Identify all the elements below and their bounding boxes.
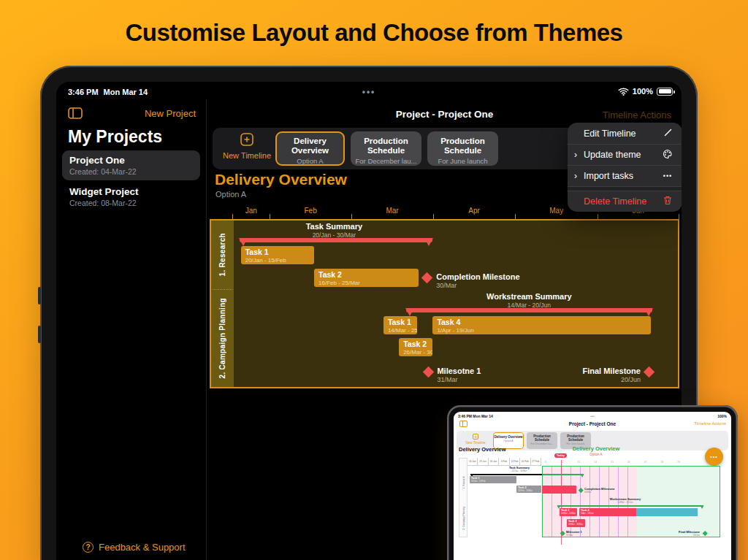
new-timeline-button[interactable]: New Timeline xyxy=(221,133,272,160)
milestone-dates: 30/Mar xyxy=(584,491,615,494)
gantt-timeline-area: Task Summary 20/Jan - 30/Mar Task 1 20/J… xyxy=(234,220,678,387)
section-label-research: 1. Research xyxy=(459,466,468,499)
week-label: 23 Jan xyxy=(478,458,488,465)
status-right: 100% xyxy=(618,87,673,96)
menu-item-label: Edit Timeline xyxy=(584,129,662,139)
milestone-dates: 20/Jun xyxy=(647,534,700,537)
milestone-diamond[interactable] xyxy=(422,367,434,378)
summary-bar[interactable] xyxy=(406,308,652,312)
tab-production-schedule-2[interactable]: Production Schedule For June launch xyxy=(427,131,498,166)
week-number: 18 xyxy=(660,461,663,464)
tab-delivery-overview[interactable]: Delivery Overview Option A xyxy=(275,131,345,166)
gantt-task-bar[interactable]: Task 2 16/Feb - 25/Mar xyxy=(516,486,541,493)
gantt-task-bar-themed[interactable]: Task 2 26/Mar - 30/Mar xyxy=(567,519,585,527)
hero-title: Customise Layout and Choose from Themes xyxy=(0,19,748,47)
gantt-task-bar[interactable]: Task 2 26/Mar - 30/Mar xyxy=(399,338,432,356)
summary-title: Workstream Summary xyxy=(486,292,572,301)
week-label: 6 Feb xyxy=(499,458,509,465)
section-label-text: 1. Research xyxy=(462,476,465,488)
battery-icon xyxy=(657,88,673,96)
volume-up-button xyxy=(38,287,41,304)
menu-item-edit-timeline[interactable]: Edit Timeline xyxy=(568,123,682,144)
more-actions-fab[interactable]: ••• xyxy=(705,448,723,466)
ellipsis-icon: ••• xyxy=(662,172,673,180)
gantt-chart: 1. Research 2. Campaign Planning Task Su… xyxy=(210,219,679,388)
ipad-mockup-small: 3:46 PM Mon Mar 14 ••• 100% Project - Pr… xyxy=(447,405,738,560)
section-label-research: 1. Research xyxy=(211,220,234,289)
week-label: 13 Feb xyxy=(510,458,520,465)
summary-dates: 20/Jan - 30/Mar xyxy=(490,469,549,472)
battery-percent: 100% xyxy=(633,87,653,96)
summary-title: Task Summary xyxy=(306,222,362,231)
milestone-title: Milesotne 1 xyxy=(437,367,481,375)
week-label: 30 Jan xyxy=(489,458,499,465)
new-timeline-button[interactable]: + New Timeline xyxy=(461,434,490,445)
task-dates: 16/Feb - 25/Mar xyxy=(318,280,414,286)
tab-production-schedule-1[interactable]: Production Schedule For December lau... xyxy=(351,131,421,166)
project-list-item-selected[interactable]: Project One Created: 04-Mar-22 xyxy=(62,150,200,180)
tab-title: Production Schedule xyxy=(527,434,557,442)
week-number: 16 xyxy=(627,461,630,464)
task-title: Task 1 xyxy=(388,318,413,326)
project-list-item[interactable]: Widget Project Created: 08-Mar-22 xyxy=(62,182,200,212)
milestone-label: Milesotne 1 31/Mar xyxy=(437,367,481,383)
gantt-task-bar[interactable]: Task 1 20/Jan - 15/Feb xyxy=(241,246,314,264)
summary-bar-themed[interactable] xyxy=(542,474,584,475)
week-label: 20 Feb xyxy=(520,458,530,465)
summary-bar[interactable] xyxy=(240,238,432,242)
sidebar-toggle-icon[interactable] xyxy=(68,107,83,119)
pencil-icon xyxy=(662,128,673,139)
task-title: Task 1 xyxy=(245,248,310,256)
milestone-diamond[interactable] xyxy=(421,272,433,284)
section-label-campaign: 2. Campaign Planning xyxy=(211,289,234,387)
milestone-diamond[interactable] xyxy=(644,367,655,378)
week-number: 13 xyxy=(577,461,580,464)
timeline-actions-button[interactable]: Timeline Actions xyxy=(695,421,726,426)
summary-bar-themed[interactable] xyxy=(557,505,703,507)
gantt-task-bar-themed[interactable]: Task 1 14/Mar - 25/Mar xyxy=(560,508,577,516)
task-dates: 20/Jan - 15/Feb xyxy=(245,257,310,264)
preview-title-text: Delivery Overview xyxy=(541,445,651,452)
menu-item-delete-timeline[interactable]: Delete Timeline xyxy=(568,191,682,212)
status-time-date: 3:46 PM Mon Mar 14 xyxy=(458,414,493,418)
summary-label: Task Summary 20/Jan - 30/Mar xyxy=(306,222,362,239)
timeline-subtitle: Option A xyxy=(215,190,246,199)
milestone-label: Milesotne 1 31/Mar xyxy=(566,530,582,537)
question-icon: ? xyxy=(83,542,94,553)
month-label: Feb xyxy=(304,207,316,215)
milestone-label: Completion Milestone 30/Mar xyxy=(436,272,519,289)
nav-project-title: Project - Project One xyxy=(454,421,731,426)
tab-title: Delivery Overview xyxy=(494,435,523,439)
tab-subtitle: Option A xyxy=(494,440,523,442)
milestone-label: Final Milestone 20/Jun xyxy=(647,530,700,537)
plus-square-icon: + xyxy=(473,434,478,440)
wifi-icon xyxy=(618,88,629,96)
week-header-row: 16 Jan 23 Jan 30 Jan 6 Feb 13 Feb 20 Feb… xyxy=(468,458,541,466)
tab-title: Production Schedule xyxy=(560,434,591,442)
menu-item-update-theme[interactable]: › Update theme xyxy=(568,144,682,165)
section-label-text: 1. Research xyxy=(218,233,226,276)
tab-title: Production Schedule xyxy=(427,137,498,156)
project-created-date: Created: 04-Mar-22 xyxy=(69,167,193,176)
tab-subtitle: Option A xyxy=(277,157,343,165)
tab-title: Delivery Overview xyxy=(277,137,343,156)
milestone-dates: 30/Mar xyxy=(436,282,519,289)
gantt-task-bar[interactable]: Task 1 14/Mar - 25/Mar xyxy=(383,316,417,334)
gantt-task-bar[interactable]: Task 4 1/Apr - 19/Jun xyxy=(432,316,651,334)
task-dates: 16/Feb - 25/Mar xyxy=(518,489,540,492)
battery-percent: 100% xyxy=(717,414,727,418)
gantt-task-bar[interactable]: Task 2 16/Feb - 25/Mar xyxy=(314,269,419,287)
marketing-canvas: Customise Layout and Choose from Themes … xyxy=(0,0,748,560)
gantt-task-bar[interactable]: Task 1 20/Jan - 15/Feb xyxy=(470,476,516,483)
timeline-actions-button[interactable]: Timeline Actions xyxy=(603,110,671,120)
gantt-task-bar-themed[interactable] xyxy=(542,486,576,494)
menu-item-import-tasks[interactable]: › Import tasks ••• xyxy=(568,165,682,186)
summary-label: Workstream Summary 14/Mar - 20/Jun xyxy=(570,497,680,504)
milestone-title: Completion Milestone xyxy=(436,272,519,281)
new-project-button[interactable]: New Project xyxy=(145,108,196,119)
sidebar-title: My Projects xyxy=(68,127,162,147)
milestone-dates: 31/Mar xyxy=(437,376,481,383)
menu-item-label: Update theme xyxy=(584,150,662,160)
feedback-support-button[interactable]: ? Feedback & Support xyxy=(83,542,186,553)
gantt-task-bar-themed[interactable]: Task 4 1/Apr - 19/Jun xyxy=(579,508,698,516)
